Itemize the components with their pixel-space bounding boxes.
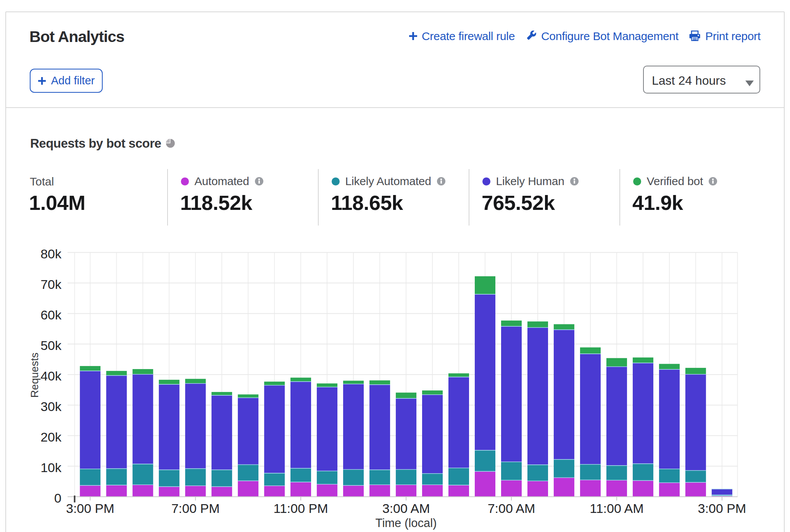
svg-text:11:00 PM: 11:00 PM	[274, 501, 328, 516]
svg-text:50k: 50k	[40, 338, 62, 353]
svg-text:70k: 70k	[40, 277, 62, 292]
svg-text:10k: 10k	[40, 460, 62, 475]
svg-text:11:00 AM: 11:00 AM	[590, 501, 643, 516]
svg-text:3:00 PM: 3:00 PM	[66, 501, 114, 516]
svg-text:60k: 60k	[40, 308, 62, 322]
svg-text:Requests: Requests	[29, 353, 40, 398]
svg-text:80k: 80k	[40, 247, 62, 261]
svg-text:40k: 40k	[40, 369, 62, 383]
svg-text:3:00 PM: 3:00 PM	[698, 501, 746, 516]
svg-text:7:00 AM: 7:00 AM	[488, 501, 535, 516]
svg-text:30k: 30k	[40, 399, 62, 414]
svg-text:20k: 20k	[40, 430, 62, 444]
svg-text:0: 0	[54, 491, 61, 505]
svg-text:7:00 PM: 7:00 PM	[171, 501, 220, 516]
svg-text:Time (local): Time (local)	[376, 516, 437, 530]
svg-text:3:00 AM: 3:00 AM	[382, 501, 430, 516]
